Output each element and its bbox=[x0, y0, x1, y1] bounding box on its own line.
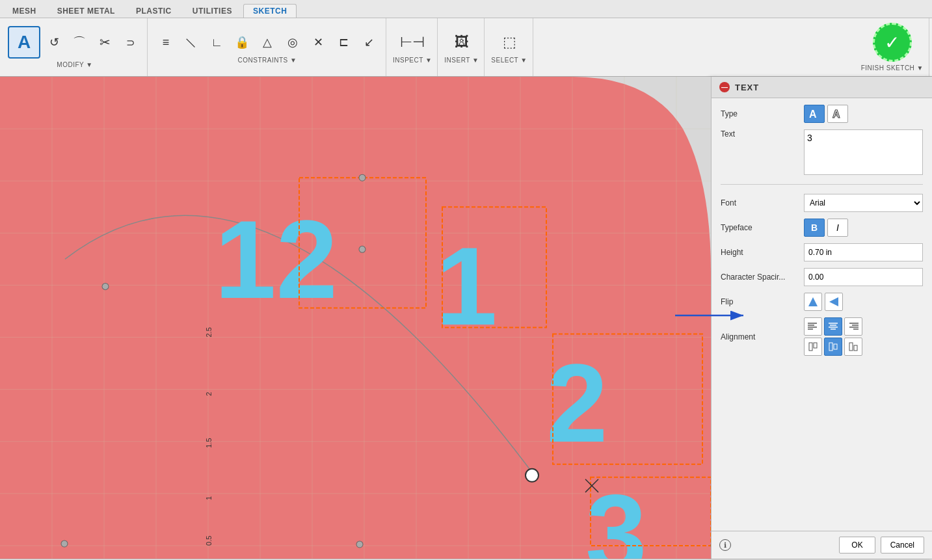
char-spacing-row: Character Spacir... bbox=[721, 268, 923, 286]
panel-header-icon: — bbox=[719, 82, 730, 92]
canvas-svg: 12 1 2 3 2.5 2 1.5 1 bbox=[0, 77, 711, 559]
coincident-button[interactable]: ≡ bbox=[154, 31, 178, 54]
flip-row: Flip bbox=[721, 293, 923, 311]
red-shape bbox=[0, 77, 711, 559]
selection-box-1 bbox=[442, 207, 546, 327]
flip-horizontal-button[interactable] bbox=[825, 293, 843, 311]
scale-label-15: 1.5 bbox=[205, 438, 213, 447]
flip-vertical-button[interactable] bbox=[804, 293, 822, 311]
type-label: Type bbox=[721, 109, 799, 118]
separator-1 bbox=[721, 184, 923, 185]
height-row: Height bbox=[721, 243, 923, 261]
char-spacing-input[interactable] bbox=[804, 268, 923, 286]
handle-left bbox=[102, 283, 109, 289]
number-12: 12 bbox=[215, 198, 338, 321]
char-spacing-control bbox=[804, 268, 923, 286]
fillet-button[interactable]: ⌒ bbox=[68, 31, 91, 54]
tab-utilities[interactable]: UTILITIES bbox=[183, 4, 242, 18]
handle-far-left bbox=[61, 540, 68, 547]
top-tabs: MESH SHEET METAL PLASTIC UTILITIES SKETC… bbox=[0, 0, 932, 18]
alignment-label: Alignment bbox=[721, 332, 799, 341]
insert-label[interactable]: INSERT ▼ bbox=[444, 57, 479, 64]
tab-plastic[interactable]: PLASTIC bbox=[126, 4, 181, 18]
modify-group: A ↺ ⌒ ✂ ⊃ MODIFY ▼ bbox=[3, 18, 148, 76]
select-button[interactable]: ⬚ bbox=[498, 31, 521, 54]
char-spacing-label: Character Spacir... bbox=[721, 273, 799, 282]
tab-mesh[interactable]: MESH bbox=[3, 4, 46, 18]
type-control: A A bbox=[804, 105, 923, 123]
finish-sketch-label[interactable]: FINISH SKETCH ▼ bbox=[861, 64, 924, 72]
panel-body: Type A A Text 3 Fo bbox=[712, 98, 932, 531]
height-control bbox=[804, 243, 923, 261]
panel-title: TEXT bbox=[735, 83, 759, 92]
canvas-area[interactable]: 12 1 2 3 2.5 2 1.5 1 bbox=[0, 77, 711, 559]
align-center-button[interactable] bbox=[824, 317, 842, 336]
font-select[interactable]: Arial Times New Roman Courier New Verdan… bbox=[804, 194, 923, 212]
cancel-button[interactable]: Cancel bbox=[881, 537, 924, 553]
alignment-control bbox=[804, 317, 923, 356]
undo-button[interactable]: ↺ bbox=[42, 31, 66, 54]
symmetric-button[interactable]: ✕ bbox=[306, 31, 330, 54]
align-middle-button[interactable] bbox=[824, 338, 842, 356]
align-top-button[interactable] bbox=[804, 338, 822, 356]
fix-button[interactable]: ↙ bbox=[357, 31, 380, 54]
svg-rect-43 bbox=[834, 344, 837, 349]
trim-button[interactable]: ✂ bbox=[93, 31, 116, 54]
lock-button[interactable]: 🔒 bbox=[230, 31, 254, 54]
scale-label-1: 1 bbox=[205, 496, 213, 500]
measure-button[interactable]: ⊢⊣ bbox=[401, 31, 424, 54]
scale-label-05: 0.5 bbox=[205, 536, 213, 546]
svg-text:A: A bbox=[832, 109, 840, 120]
handle-bottom bbox=[356, 541, 363, 548]
type-filled-button[interactable]: A bbox=[804, 105, 825, 123]
finish-sketch-button[interactable]: ✓ bbox=[873, 23, 912, 62]
align-bottom-button[interactable] bbox=[844, 338, 862, 356]
scale-label-2: 2 bbox=[205, 392, 213, 396]
svg-rect-41 bbox=[814, 343, 817, 348]
font-label: Font bbox=[721, 198, 799, 207]
select-label[interactable]: SELECT ▼ bbox=[491, 57, 527, 64]
text-input[interactable]: 3 bbox=[804, 129, 923, 175]
text-label: Text bbox=[721, 129, 799, 139]
concentric-button[interactable]: ◎ bbox=[281, 31, 304, 54]
insert-image-button[interactable]: 🖼 bbox=[450, 31, 473, 54]
tangent-button[interactable]: △ bbox=[256, 31, 279, 54]
tab-sheet-metal[interactable]: SHEET METAL bbox=[47, 4, 125, 18]
typeface-row: Typeface B I bbox=[721, 219, 923, 237]
panel-footer-info: ℹ bbox=[719, 539, 834, 551]
grid-lines bbox=[0, 77, 711, 559]
equal-button[interactable]: ⊏ bbox=[332, 31, 355, 54]
offset-button[interactable]: ⊃ bbox=[118, 31, 142, 54]
constraints-label[interactable]: CONSTRAINTS ▼ bbox=[238, 57, 297, 64]
selection-box-12 bbox=[299, 178, 426, 308]
handle-center bbox=[359, 246, 366, 252]
selection-box-2 bbox=[553, 334, 702, 464]
text-row: Text 3 bbox=[721, 129, 923, 175]
type-outline-button[interactable]: A bbox=[827, 105, 848, 123]
type-row: Type A A bbox=[721, 105, 923, 123]
flip-control bbox=[804, 293, 923, 311]
tab-sketch[interactable]: SKETCH bbox=[243, 4, 297, 18]
alignment-row: Alignment bbox=[721, 317, 923, 356]
height-label: Height bbox=[721, 248, 799, 257]
typeface-control: B I bbox=[804, 219, 923, 237]
italic-button[interactable]: I bbox=[827, 219, 848, 237]
selection-box-3 bbox=[591, 477, 711, 546]
bold-button[interactable]: B bbox=[804, 219, 825, 237]
number-3: 3 bbox=[585, 472, 647, 559]
svg-rect-45 bbox=[854, 345, 857, 351]
info-button[interactable]: ℹ bbox=[719, 539, 731, 551]
modify-label[interactable]: MODIFY ▼ bbox=[57, 61, 92, 68]
svg-line-22 bbox=[585, 479, 598, 492]
scale-label-25: 2.5 bbox=[205, 327, 213, 337]
perpendicular-button[interactable]: ∟ bbox=[205, 31, 228, 54]
ok-button[interactable]: OK bbox=[839, 537, 875, 553]
text-tool-button[interactable]: A bbox=[8, 26, 40, 59]
number-2: 2 bbox=[546, 341, 608, 465]
collinear-button[interactable]: — bbox=[175, 26, 208, 59]
align-right-button[interactable] bbox=[844, 317, 862, 336]
inspect-label[interactable]: INSPECT ▼ bbox=[393, 57, 432, 64]
align-left-button[interactable] bbox=[804, 317, 822, 336]
number-1: 1 bbox=[436, 224, 498, 347]
height-input[interactable] bbox=[804, 243, 923, 261]
